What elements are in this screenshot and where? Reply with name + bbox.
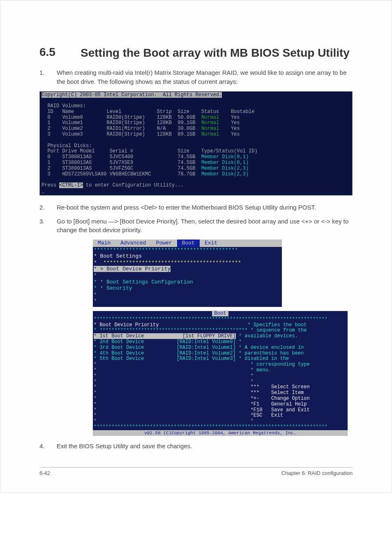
raid-volumes-columns: ID Name Level Strip Size Status Bootable xyxy=(42,109,254,115)
bios-boot-device-priority-item: * > Boot Device Priority xyxy=(94,266,171,272)
bios-body: ****************************************… xyxy=(93,247,282,307)
document-page: 6.5 Setting the Boot array with MB BIOS … xyxy=(0,0,392,493)
raid-volume-row: 3 Volume3 RAID0(Stripe) 128KB 89.1GB Nor… xyxy=(42,131,240,137)
bios-tab-bar: Main Advanced Power Boot Exit xyxy=(93,240,282,247)
raid-volume-row: 1 Volume1 RAID0(Stripe) 128KB 99.1GB Nor… xyxy=(42,120,240,126)
bios-tab-boot: Boot xyxy=(177,240,200,247)
raid-physical-row: 3 HDS722580VLSA80 VN6BHECBW1EKMC 76.7GB … xyxy=(42,171,249,177)
boot-device-row: * 1st Boot Device [1st FLOPPY DRIVE] xyxy=(94,333,236,339)
bios-boot-priority-screenshot: Boot ***********************************… xyxy=(93,311,348,436)
step-number: 1. xyxy=(39,68,57,77)
raid-press-prompt: Press <CTRL-I> to enter Configuration Ut… xyxy=(42,182,184,188)
bios2-body: ****************************************… xyxy=(93,317,348,430)
page-footer: 6-42 Chapter 6: RAID configuration xyxy=(39,470,353,476)
step-number: 2. xyxy=(39,203,57,212)
step-1: 1. When creating multi-raid via Intel(r)… xyxy=(39,68,353,86)
bios-key-hint: *** Select Screen xyxy=(251,384,310,390)
bios-tab-advanced: Advanced xyxy=(115,240,151,247)
bios-key-hint: *** Select Item xyxy=(251,390,304,396)
boot-device-row: * 5th Boot Device [RAID:Intel Volume3] xyxy=(94,356,236,362)
step-3: 3. Go to [Boot] menu —> [Boot Device Pri… xyxy=(39,217,353,235)
footer-divider xyxy=(39,467,353,468)
raid-physical-row: 0 ST380013AS 5JVC5400 74.5GB Member Disk… xyxy=(42,154,249,160)
step-text: Go to [Boot] menu —> [Boot Device Priori… xyxy=(57,217,353,235)
bios-boot-settings-screenshot: Main Advanced Power Boot Exit **********… xyxy=(93,240,282,307)
raid-physical-row: 1 ST380013AS 5JV7XSE9 74.5GB Member Disk… xyxy=(42,160,249,166)
bios2-tab: Boot xyxy=(93,311,348,317)
bios-key-hint: *F10 Save and Exit xyxy=(251,407,310,413)
bios-security-item: * * Security xyxy=(94,285,132,291)
bios-boot-settings-configuration-item: * * Boot Settings Configuration xyxy=(94,279,193,285)
step-text: Re-boot the system and press <Del> to en… xyxy=(57,203,353,212)
step-number: 3. xyxy=(39,217,57,226)
raid-physical-header: Physical Disks: xyxy=(42,143,92,149)
bios-key-hint: *ESC Exit xyxy=(251,413,283,418)
boot-device-row: * 3rd Boot Device [RAID:Intel Volume1] xyxy=(94,345,236,350)
boot-device-row: * 4th Boot Device [RAID:Intel Volume2] xyxy=(94,350,236,356)
step-2: 2. Re-boot the system and press <Del> to… xyxy=(39,203,353,212)
step-list: 1. When creating multi-raid via Intel(r)… xyxy=(39,68,353,451)
section-title: Setting the Boot array with MB BIOS Setu… xyxy=(81,46,350,60)
step-4: 4. Exit the BIOS Setup Utility and save … xyxy=(39,442,353,451)
raid-volume-row: 0 Volume0 RAID0(Stripe) 128KB 50.0GB Nor… xyxy=(42,115,240,120)
raid-status-screenshot: Copyright(C) 2003-05 Intel Corporation. … xyxy=(39,91,353,196)
step-text: Exit the BIOS Setup Utility and save the… xyxy=(57,442,353,451)
raid-physical-columns: Port Drive Model Serial # Size Type/Stat… xyxy=(42,148,258,154)
raid-volume-row: 2 Volume2 RAID1(Mirror) N/A 30.0GB Norma… xyxy=(42,126,240,131)
section-number: 6.5 xyxy=(39,46,81,59)
boot-device-row: * 2nd Boot Device [RAID:Intel Volume0] xyxy=(94,339,236,345)
raid-volumes-header: RAID Volumes: xyxy=(42,103,86,109)
section-heading: 6.5 Setting the Boot array with MB BIOS … xyxy=(39,46,353,60)
bios2-title: * Boot Device Priority xyxy=(94,322,159,328)
chapter-label: Chapter 6: RAID configuration xyxy=(281,470,353,476)
bios2-copyright: v02.58 (C)Copyright 1985-2004, American … xyxy=(93,430,348,436)
step-text: When creating multi-raid via Intel(r) Ma… xyxy=(57,68,353,86)
raid-copyright: Copyright(C) 2003-05 Intel Corporation. … xyxy=(42,92,222,98)
bios-title: * Boot Settings xyxy=(94,253,142,259)
bios-tab-main: Main xyxy=(93,240,115,247)
bios-tab-exit: Exit xyxy=(200,240,222,247)
raid-physical-row: 2 ST380013AS 5JVFZ5GC 74.5GB Member Disk… xyxy=(42,166,249,171)
step-number: 4. xyxy=(39,442,57,451)
page-number: 6-42 xyxy=(39,470,50,476)
bios-key-hint: *F1 General Help xyxy=(251,401,307,407)
bios-tab-power: Power xyxy=(151,240,177,247)
bios-key-hint: *+- Change Option xyxy=(251,396,310,401)
